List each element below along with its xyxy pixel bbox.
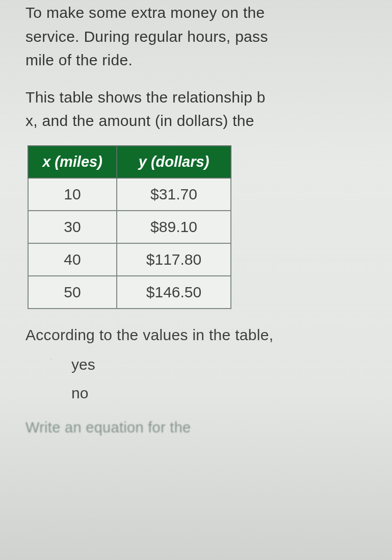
cell-y: $31.70 [117,178,231,211]
intro-line-1: To make some extra money on the [25,1,377,25]
table-row: 30 $89.10 [28,211,231,243]
intro-paragraph: To make some extra money on the service.… [25,0,377,72]
according-text: According to the values in the table, [25,326,377,344]
options-group: yes no [51,356,377,402]
page: To make some extra money on the service.… [0,0,392,436]
table-header-row: x (miles) y (dollars) [28,146,231,178]
option-no[interactable]: no [51,385,377,402]
header-x: x (miles) [28,146,117,178]
table-row: 10 $31.70 [28,178,231,211]
lead-line-2: x, and the amount (in dollars) the [25,109,377,133]
cell-x: 40 [28,243,117,276]
intro-line-3: mile of the ride. [25,48,377,72]
header-y: y (dollars) [117,146,231,178]
option-no-label: no [71,385,88,402]
cell-x: 50 [28,276,117,309]
write-equation-text: Write an equation for the [25,419,377,436]
radio-selected-icon [51,359,62,370]
cell-y: $89.10 [117,211,231,243]
intro-line-2: service. During regular hours, pass [25,25,377,49]
cell-x: 30 [28,211,117,243]
cell-x: 10 [28,178,117,211]
radio-unselected-icon [51,388,62,399]
cell-y: $146.50 [117,276,231,309]
lead-paragraph: This table shows the relationship b x, a… [25,86,377,133]
cell-y: $117.80 [117,243,231,276]
option-yes-label: yes [71,356,95,373]
option-yes[interactable]: yes [51,356,377,373]
lead-line-1: This table shows the relationship b [25,86,377,110]
data-table: x (miles) y (dollars) 10 $31.70 30 $89.1… [28,145,231,309]
table-row: 40 $117.80 [28,243,231,276]
table-row: 50 $146.50 [28,276,231,309]
